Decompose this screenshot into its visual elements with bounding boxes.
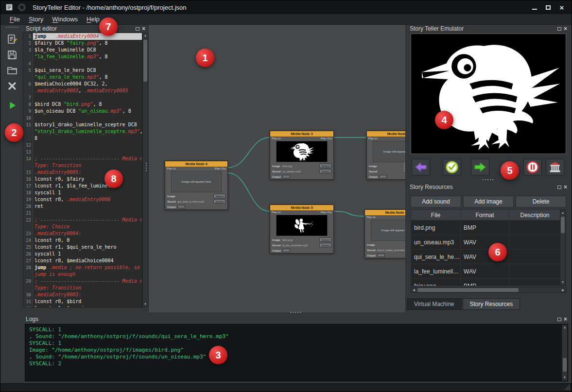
float-panel-icon[interactable] [557,318,561,321]
media-node-header[interactable]: Media Node 5 [270,205,333,210]
delete-resource-button[interactable]: Delete [516,196,566,207]
scroll-down-arrow[interactable]: ▼ [560,280,565,285]
scroll-down-arrow[interactable]: ▼ [562,375,567,380]
scroll-thumb[interactable] [561,217,565,233]
table-row[interactable]: un_oiseau.mp3WAV [411,235,566,250]
select-sound-button[interactable]: Select [319,243,331,247]
dock-tab-story-resources[interactable]: Story Resources [463,298,520,310]
code-line: 5$qui_sera_le_hero DC8 [23,67,142,74]
back-button[interactable] [412,159,430,175]
resize-grip[interactable] [565,385,570,390]
pause-button[interactable] [523,159,542,175]
menu-item-windows[interactable]: Windows [48,15,82,24]
media-node[interactable]: Media Node 3Plan InPlan OutImagebird.png… [270,131,334,180]
media-node[interactable]: Media Node 4Plan InPlan OutImage will ap… [165,161,228,210]
line-number: 25 [23,244,33,251]
output-combo[interactable] [282,175,290,178]
media-node[interactable]: Media Node 5Plan InPlan OutImagefairy.pn… [270,205,334,254]
scroll-up-arrow[interactable]: ▲ [562,325,567,330]
home-button[interactable] [546,159,564,175]
output-combo[interactable] [379,175,387,178]
close-panel-icon[interactable]: × [142,26,145,32]
close-panel-icon[interactable]: × [564,316,567,322]
toolbar-drag-handle[interactable] [6,27,18,28]
menu-item-file[interactable]: File [5,15,24,24]
select-image-button[interactable]: Select [319,164,331,168]
validate-button[interactable] [443,159,461,175]
scroll-up-arrow[interactable]: ▲ [143,33,148,38]
code-editor[interactable]: 1jump .mediaEntry00042$fairy DC8 "fairy.… [23,33,142,307]
select-sound-button[interactable]: Select [319,169,331,173]
code-line: 27lconst r0, $mediaChoice0004 [23,257,142,264]
select-sound-button[interactable]: Select [213,199,225,204]
add-image-button[interactable]: Add image [463,196,514,207]
line-number: 31 [23,298,33,305]
emulator-panel: Story Teller Emulator × [407,25,570,177]
line-number: 9 [23,108,33,115]
float-panel-icon[interactable] [136,27,139,31]
select-image-button[interactable]: Select [319,238,331,242]
splitter-emulator-resources[interactable] [483,179,494,181]
dock-tab-virtual-machine[interactable]: Virtual Machine [407,298,462,310]
image-label: Image [369,165,378,168]
output-label: Output [369,175,378,178]
minimize-button[interactable] [529,2,540,12]
node-canvas[interactable]: Media Node 4Plan InPlan OutImage will ap… [148,25,406,312]
close-button[interactable]: × [556,2,568,12]
splitter-script-canvas[interactable] [146,163,148,172]
media-node-header[interactable]: Media Node 6 [365,210,406,215]
maximize-button[interactable] [542,2,554,12]
column-header-format[interactable]: Format [461,210,509,220]
close-panel-icon[interactable]: × [564,26,567,32]
table-horizontal-scrollbar[interactable]: ◀ ▶ [411,287,566,293]
code-line: 2$fairy DC8 "fairy.png", 8 [23,40,142,47]
new-script-button[interactable] [5,32,19,47]
annotation-badge-3: 3 [209,346,227,364]
log-output[interactable]: SYSCALL: 1, Sound: "/home/anthony/ostpro… [25,324,568,381]
table-row[interactable]: fairy.pngBMP [411,279,566,286]
delete-button[interactable] [5,79,19,93]
scroll-thumb[interactable] [563,358,567,372]
code-text: .mediaEntry0003, .mediaEntry0005 [33,87,142,94]
table-row[interactable]: bird.pngBMP [411,221,566,235]
scroll-up-arrow[interactable]: ▲ [560,210,565,216]
scroll-right-arrow[interactable]: ▶ [560,288,566,293]
float-panel-icon[interactable] [557,27,561,31]
forward-button[interactable] [471,159,489,175]
notes-icon [4,2,14,12]
code-text: ; --------------------------- Media node [33,278,142,285]
scroll-thumb[interactable] [417,288,519,292]
code-text: $story1_drako_luminelle_sceptre DC8 [33,121,142,128]
scroll-down-arrow[interactable]: ▼ [143,302,148,307]
save-button[interactable] [5,48,19,62]
column-header-description[interactable]: Description [509,210,561,220]
log-line: SYSCALL: 1 [29,340,564,347]
splitter-canvas-logs[interactable] [290,312,302,314]
open-button[interactable] [5,63,19,78]
media-node[interactable]: Media Node 2Plan InPlan OutImage will ap… [366,131,406,180]
splitter-canvas-right[interactable] [404,163,406,172]
select-image-button[interactable]: Select [213,194,225,198]
media-node[interactable]: Media Node 6Plan InPlan OutImage will ap… [364,209,406,258]
media-node-header[interactable]: Media Node 2 [367,131,406,136]
output-combo[interactable] [377,254,385,257]
table-row[interactable]: la_fee_luminelle.mp3WAV [411,264,566,279]
output-combo[interactable] [282,249,290,252]
table-scrollbar[interactable]: ▲ ▼ [560,210,566,286]
code-text: syscall 1 [33,251,142,257]
logs-scrollbar[interactable]: ▲ ▼ [562,324,568,381]
add-sound-button[interactable]: Add sound [411,196,461,207]
output-combo[interactable] [177,205,185,208]
media-node-header[interactable]: Media Node 4 [165,161,227,167]
menu-item-story[interactable]: Story [24,15,48,24]
float-panel-icon[interactable] [557,186,561,189]
column-header-file[interactable]: File [411,210,461,220]
scroll-left-arrow[interactable]: ◀ [411,288,416,293]
scroll-thumb[interactable] [143,40,147,82]
line-number: 24 [23,237,33,244]
code-line: jump is enough [23,271,142,278]
table-cell [509,264,561,278]
run-button[interactable] [5,98,19,113]
media-node-header[interactable]: Media Node 3 [270,131,333,136]
close-panel-icon[interactable]: × [564,184,567,190]
